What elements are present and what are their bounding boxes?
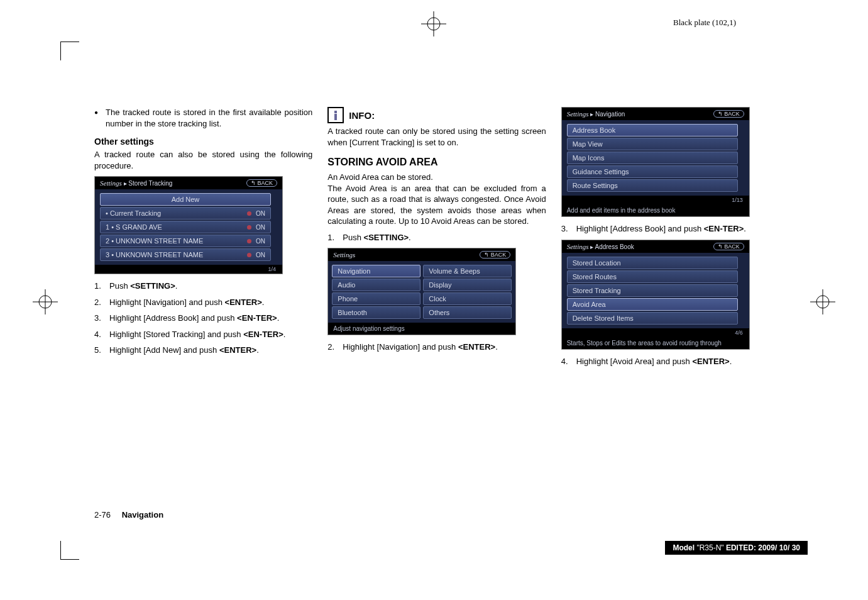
column-3: Settings ▸ Navigation ↰ BACK Address Boo… [561, 107, 779, 372]
nav-item[interactable]: Others [423, 306, 512, 319]
registration-mark-right [810, 289, 835, 314]
ss-footer: Adjust navigation settings [328, 323, 515, 335]
step: Highlight [Avoid Area] and push <ENTER>. [561, 356, 779, 367]
procedure-list: Push <SETTING>. [327, 232, 546, 243]
section-text: An Avoid Area can be stored. [327, 172, 546, 183]
pager: 4/6 [562, 328, 749, 337]
registration-mark-top [421, 11, 446, 36]
crop-mark [60, 541, 79, 560]
pager: 1/4 [95, 265, 282, 274]
ss-breadcrumb: Settings ▸ Navigation [567, 110, 625, 118]
nav-item[interactable]: Clock [423, 292, 512, 305]
screenshot-stored-tracking: Settings Settings ▸ Stored Tracking▸ Sto… [94, 176, 283, 274]
nav-item[interactable]: Navigation [332, 265, 420, 277]
step: Highlight [Navigation] and push <ENTER>. [327, 342, 546, 353]
menu-item[interactable]: Map View [567, 138, 738, 150]
add-new-row[interactable]: Add New [100, 193, 271, 206]
step: Push <SETTING>. [327, 232, 546, 243]
info-label: INFO: [349, 110, 375, 121]
pager: 1/13 [562, 196, 749, 204]
nav-item[interactable]: Phone [332, 292, 420, 305]
back-button[interactable]: ↰ BACK [713, 243, 744, 250]
menu-item[interactable]: Route Settings [567, 179, 738, 192]
info-text: A tracked route can only be stored using… [327, 126, 546, 148]
screenshot-navigation: Settings ▸ Navigation ↰ BACK Address Boo… [561, 107, 750, 217]
tracking-row[interactable]: • Current TrackingON [100, 207, 271, 219]
model-bar: Model "R35-N" EDITED: 2009/ 10/ 30 [665, 541, 808, 555]
step: Highlight [Add New] and push <ENTER>. [94, 345, 312, 356]
screenshot-address-book: Settings ▸ Address Book ↰ BACK Stored Lo… [561, 240, 750, 350]
tracking-row[interactable]: 2 • UNKNOWN STREET NAMEON [100, 235, 271, 247]
menu-item[interactable]: Guidance Settings [567, 165, 738, 178]
menu-item[interactable]: Stored Tracking [567, 284, 738, 297]
menu-item[interactable]: Address Book [567, 124, 738, 136]
info-icon [327, 107, 344, 123]
nav-item[interactable]: Volume & Beeps [423, 265, 512, 277]
page-content: The tracked route is stored in the first… [94, 107, 779, 372]
ss-breadcrumb: Settings ▸ Address Book [567, 243, 634, 250]
menu-item[interactable]: Avoid Area [567, 298, 738, 311]
column-1: The tracked route is stored in the first… [94, 107, 312, 372]
info-box: INFO: [327, 107, 546, 123]
other-settings-text: A tracked route can also be stored using… [94, 149, 312, 171]
registration-mark-left [33, 289, 58, 314]
screenshot-settings: Settings ↰ BACK Navigation Audio Phone B… [327, 248, 516, 335]
nav-item[interactable]: Audio [332, 279, 420, 291]
crop-mark [60, 42, 79, 60]
tracking-row[interactable]: 3 • UNKNOWN STREET NAMEON [100, 248, 271, 261]
menu-item[interactable]: Stored Routes [567, 270, 738, 283]
step: Push <SETTING>. [94, 281, 312, 292]
ss-title: Settings [333, 251, 355, 258]
step: Highlight [Address Book] and push <EN-TE… [94, 313, 312, 324]
ss-footer: Starts, Stops or Edits the areas to avoi… [562, 337, 749, 349]
ss-breadcrumb: Settings Settings ▸ Stored Tracking▸ Sto… [100, 179, 172, 187]
tracking-row[interactable]: 1 • S GRAND AVEON [100, 221, 271, 233]
menu-item[interactable]: Map Icons [567, 152, 738, 164]
procedure-list: Highlight [Address Book] and push <EN-TE… [561, 223, 779, 235]
nav-item[interactable]: Display [423, 279, 512, 291]
edited-date: EDITED: 2009/ 10/ 30 [724, 543, 800, 552]
bullet-item: The tracked route is stored in the first… [94, 107, 312, 129]
step: Highlight [Stored Tracking] and push <EN… [94, 329, 312, 340]
step: Highlight [Navigation] and push <ENTER>. [94, 297, 312, 308]
section-name: Navigation [122, 510, 163, 519]
plate-label: Black plate (102,1) [673, 18, 736, 28]
ss-footer: Add and edit items in the address book [562, 204, 749, 216]
model-code: "R35-N" [696, 543, 723, 552]
page-number: 2-76 [94, 510, 111, 519]
menu-item[interactable]: Delete Stored Items [567, 312, 738, 325]
menu-item[interactable]: Stored Location [567, 257, 738, 269]
back-button[interactable]: ↰ BACK [246, 179, 277, 187]
other-settings-heading: Other settings [94, 136, 312, 147]
procedure-list: Push <SETTING>. Highlight [Navigation] a… [94, 281, 312, 356]
column-2: INFO: A tracked route can only be stored… [327, 107, 546, 372]
section-heading: STORING AVOID AREA [327, 157, 546, 168]
step: Highlight [Address Book] and push <EN-TE… [561, 223, 779, 235]
model-prefix: Model [673, 543, 696, 552]
section-text: The Avoid Area is an area that can be ex… [327, 183, 546, 227]
procedure-list: Highlight [Avoid Area] and push <ENTER>. [561, 356, 779, 367]
page-footer: 2-76 Navigation [94, 510, 163, 519]
back-button[interactable]: ↰ BACK [480, 251, 510, 258]
nav-item[interactable]: Bluetooth [332, 306, 420, 319]
bullet-list: The tracked route is stored in the first… [94, 107, 312, 129]
back-button[interactable]: ↰ BACK [713, 110, 744, 118]
procedure-list: Highlight [Navigation] and push <ENTER>. [327, 342, 546, 353]
